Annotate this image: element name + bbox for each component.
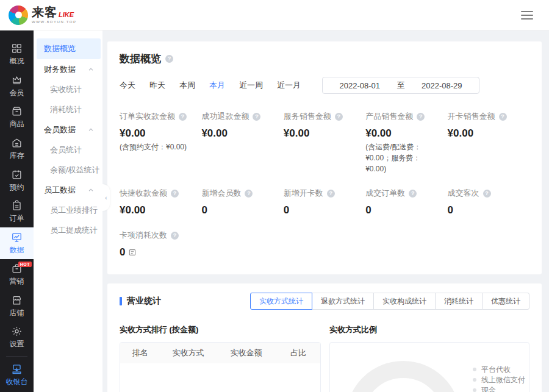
- primary-sidebar: 概况 会员 商品 库存 预约 订单: [0, 30, 34, 392]
- submenu-item-consumption-stats[interactable]: 消耗统计: [34, 99, 102, 119]
- help-icon[interactable]: [335, 113, 343, 121]
- tab-refund-method[interactable]: 退款方式统计: [312, 293, 374, 310]
- clipboard-icon: [11, 200, 23, 212]
- sidebar-item-data[interactable]: 数据: [0, 227, 34, 259]
- sidebar-item-orders[interactable]: 订单: [0, 196, 34, 228]
- receipt-ranking-panel: 实收方式排行 (按金额) 排名 实收方式 实收金额 占比: [120, 324, 321, 392]
- data-monitor-icon: [11, 232, 23, 243]
- sidebar-item-inventory[interactable]: 库存: [0, 134, 34, 165]
- stat-new-cards: 新增开卡数 0: [284, 188, 365, 216]
- help-icon[interactable]: [245, 190, 253, 198]
- tab-receipt-composition[interactable]: 实收构成统计: [373, 293, 436, 310]
- chevron-left-icon: ‹: [105, 194, 107, 201]
- date-range-separator: 至: [397, 80, 405, 91]
- legend-item: 线上微信支付: [473, 376, 529, 383]
- ranking-title: 实收方式排行 (按金额): [120, 324, 321, 335]
- help-icon[interactable]: [171, 190, 179, 198]
- hamburger-menu-icon[interactable]: [521, 11, 533, 20]
- ranking-table: 排名 实收方式 实收金额 占比: [120, 342, 321, 392]
- calendar-check-icon: [11, 169, 23, 180]
- help-icon[interactable]: [179, 113, 187, 121]
- sidebar-item-shop[interactable]: 店铺: [0, 291, 34, 323]
- submenu-item-receipt-stats[interactable]: 实收统计: [34, 79, 102, 99]
- filter-yesterday[interactable]: 昨天: [149, 80, 165, 91]
- stat-customer-visits: 成交客次 0: [448, 188, 529, 216]
- data-overview-card: 数据概览 今天 昨天 本周 本月 近一周 近一月 2022-08-01 至 20…: [107, 41, 542, 274]
- help-icon[interactable]: [171, 232, 179, 240]
- stat-product-sales: 产品销售金额 ¥0.00 (含运费/配送费：¥0.00；服务费：¥0.00): [365, 111, 447, 174]
- detail-list-icon[interactable]: [128, 248, 137, 257]
- chevron-up-icon: [88, 66, 94, 73]
- hot-badge: HOT: [18, 262, 32, 267]
- brand-name: 来客: [32, 6, 57, 18]
- help-icon[interactable]: [417, 113, 425, 121]
- sidebar-item-cashier[interactable]: 收银台: [0, 359, 34, 392]
- submenu-item-staff-ranking[interactable]: 员工业绩排行: [34, 200, 102, 220]
- sidebar-divider: [6, 356, 27, 357]
- app-root: 来客 LIKE WWW.8OYUN.TOP 概况 会员 商品: [0, 0, 549, 392]
- submenu-group-staff-data[interactable]: 员工数据: [34, 180, 102, 200]
- secondary-sidebar: 数据概览 财务数据 实收统计 消耗统计 会员数据 会员统计 余额/权益统计 员工…: [34, 30, 102, 392]
- filter-last-30-days[interactable]: 近一月: [277, 80, 301, 91]
- stat-card-sales: 开卡销售金额 ¥0.00: [448, 111, 529, 174]
- brand-logo-icon: [9, 5, 28, 25]
- top-header: 来客 LIKE WWW.8OYUN.TOP: [0, 0, 549, 30]
- submenu-item-staff-commission[interactable]: 员工提成统计: [34, 220, 102, 240]
- date-filter-row: 今天 昨天 本周 本月 近一周 近一月 2022-08-01 至 2022-08…: [120, 77, 529, 94]
- chart-legend: 平台代收 线上微信支付 现金 其他 微信（记账） 支付宝（记账） POS机（记账…: [473, 366, 529, 392]
- help-icon[interactable]: [409, 190, 417, 198]
- cashier-icon: [11, 363, 23, 375]
- help-icon[interactable]: [499, 113, 507, 121]
- stat-refunds: 成功退款金额 ¥0.00: [201, 111, 283, 174]
- sidebar-collapse-handle[interactable]: ‹: [102, 184, 110, 211]
- brand-site-text: WWW.8OYUN.TOP: [32, 20, 77, 24]
- chevron-up-icon: [88, 127, 94, 133]
- help-icon[interactable]: [253, 113, 260, 121]
- stat-card-consumption: 卡项消耗次数 0: [120, 230, 201, 258]
- stats-grid: 订单实收款金额 ¥0.00 (含预约支付：¥0.00) 成功退款金额 ¥0.00…: [120, 111, 529, 258]
- submenu-group-finance[interactable]: 财务数据: [34, 59, 102, 79]
- donut-chart: 总金额 ¥0.00: [346, 361, 461, 392]
- submenu-item-data-overview[interactable]: 数据概览: [37, 38, 101, 59]
- sidebar-item-marketing[interactable]: HOT 营销: [0, 259, 34, 291]
- date-end-input[interactable]: 2022-08-29: [405, 81, 479, 90]
- submenu-item-member-stats[interactable]: 会员统计: [34, 140, 102, 160]
- sidebar-item-members[interactable]: 会员: [0, 71, 34, 102]
- legend-dot-icon: [473, 388, 476, 392]
- tab-receipt-method[interactable]: 实收方式统计: [250, 293, 312, 310]
- legend-dot-icon: [473, 368, 476, 371]
- help-icon[interactable]: [165, 55, 173, 63]
- shop-icon: [11, 294, 23, 306]
- submenu-group-member-data[interactable]: 会员数据: [34, 119, 102, 140]
- stat-new-members: 新增会员数 0: [201, 188, 283, 216]
- date-range-picker[interactable]: 2022-08-01 至 2022-08-29: [322, 77, 479, 94]
- proportion-chart: 总金额 ¥0.00 平台代收 线上微信支付 现金 其他 微信（记账） 支付宝（记…: [329, 342, 529, 392]
- section-accent-bar: [120, 297, 122, 305]
- grid-icon: [11, 43, 23, 54]
- sidebar-item-settings[interactable]: 设置: [0, 322, 34, 354]
- filter-this-week[interactable]: 本周: [179, 80, 195, 91]
- tab-discount[interactable]: 优惠统计: [482, 293, 529, 310]
- legend-item: 平台代收: [473, 366, 529, 373]
- goods-icon: [11, 105, 23, 117]
- filter-today[interactable]: 今天: [120, 80, 135, 91]
- help-icon[interactable]: [327, 190, 335, 198]
- stats-tab-group: 实收方式统计 退款方式统计 实收构成统计 消耗统计 优惠统计: [250, 293, 529, 310]
- date-start-input[interactable]: 2022-08-01: [323, 81, 397, 90]
- brand-logo[interactable]: 来客 LIKE WWW.8OYUN.TOP: [9, 5, 77, 25]
- legend-item: 现金: [473, 387, 529, 392]
- filter-last-7-days[interactable]: 近一周: [239, 80, 263, 91]
- sidebar-item-goods[interactable]: 商品: [0, 102, 34, 134]
- brand-like-text: LIKE: [59, 12, 74, 18]
- crown-icon: [11, 74, 23, 86]
- help-icon[interactable]: [483, 190, 491, 198]
- filter-this-month[interactable]: 本月: [209, 80, 225, 91]
- tab-consumption[interactable]: 消耗统计: [435, 293, 483, 310]
- main-content: 数据概览 今天 昨天 本周 本月 近一周 近一月 2022-08-01 至 20…: [102, 30, 549, 392]
- sidebar-item-overview[interactable]: 概况: [0, 39, 34, 71]
- submenu-item-balance-stats[interactable]: 余额/权益统计: [34, 160, 102, 180]
- section-title: 营业统计: [127, 296, 161, 307]
- sidebar-item-booking[interactable]: 预约: [0, 165, 34, 196]
- proportion-title: 实收方式比例: [329, 324, 529, 335]
- stat-quick-receipts: 快捷收款金额 ¥0.00: [120, 188, 201, 216]
